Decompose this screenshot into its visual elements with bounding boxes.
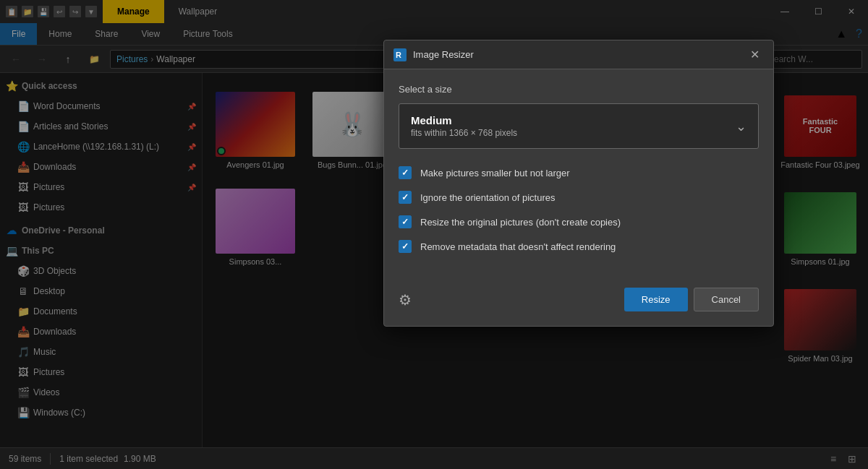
size-selector-text: Medium fits within 1366 × 768 pixels	[411, 114, 517, 138]
selected-size-name: Medium	[411, 114, 517, 126]
dialog-title: Image Resizer	[413, 49, 744, 60]
check-icon-0: ✓	[401, 168, 409, 178]
dialog-body: Select a size Medium fits within 1366 × …	[384, 69, 773, 288]
dialog-section-label: Select a size	[399, 84, 759, 95]
footer-buttons: Resize Cancel	[624, 288, 759, 311]
dialog-app-icon: R	[393, 48, 407, 62]
option-item-1[interactable]: ✓ Ignore the orientation of pictures	[399, 191, 759, 204]
checkbox-1[interactable]: ✓	[399, 191, 412, 204]
option-item-0[interactable]: ✓ Make pictures smaller but not larger	[399, 166, 759, 179]
option-item-2[interactable]: ✓ Resize the original pictures (don't cr…	[399, 215, 759, 228]
selected-size-desc: fits within 1366 × 768 pixels	[411, 128, 517, 138]
check-icon-3: ✓	[401, 241, 409, 251]
option-label-1: Ignore the orientation of pictures	[420, 192, 555, 203]
svg-text:R: R	[396, 51, 401, 59]
checkbox-3[interactable]: ✓	[399, 240, 412, 253]
option-label-0: Make pictures smaller but not larger	[420, 168, 570, 178]
cancel-button[interactable]: Cancel	[694, 288, 759, 311]
dialog-header: R Image Resizer ✕	[384, 40, 773, 69]
option-label-2: Resize the original pictures (don't crea…	[420, 217, 621, 228]
options-list: ✓ Make pictures smaller but not larger ✓…	[399, 166, 759, 253]
checkbox-2[interactable]: ✓	[399, 215, 412, 228]
settings-icon[interactable]: ⚙	[399, 291, 412, 309]
size-selector[interactable]: Medium fits within 1366 × 768 pixels ⌄	[399, 103, 759, 149]
dialog-close-button[interactable]: ✕	[744, 45, 765, 65]
option-label-3: Remove metadata that doesn't affect rend…	[420, 241, 616, 252]
check-icon-1: ✓	[401, 192, 409, 202]
checkbox-0[interactable]: ✓	[399, 166, 412, 179]
image-resizer-dialog: R Image Resizer ✕ Select a size Medium f…	[383, 40, 774, 327]
chevron-down-icon: ⌄	[736, 119, 746, 134]
resize-button[interactable]: Resize	[624, 288, 688, 311]
option-item-3[interactable]: ✓ Remove metadata that doesn't affect re…	[399, 240, 759, 253]
check-icon-2: ✓	[401, 217, 409, 227]
dialog-footer: ⚙ Resize Cancel	[384, 288, 773, 326]
